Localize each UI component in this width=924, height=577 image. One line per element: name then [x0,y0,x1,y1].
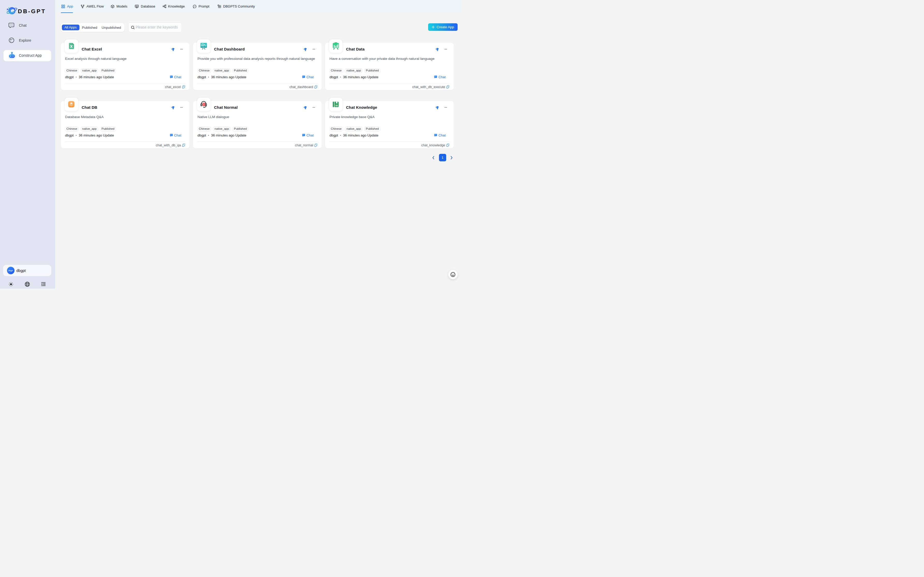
svg-text:SQL: SQL [136,5,138,7]
svg-text:DB-GPT: DB-GPT [18,8,46,15]
